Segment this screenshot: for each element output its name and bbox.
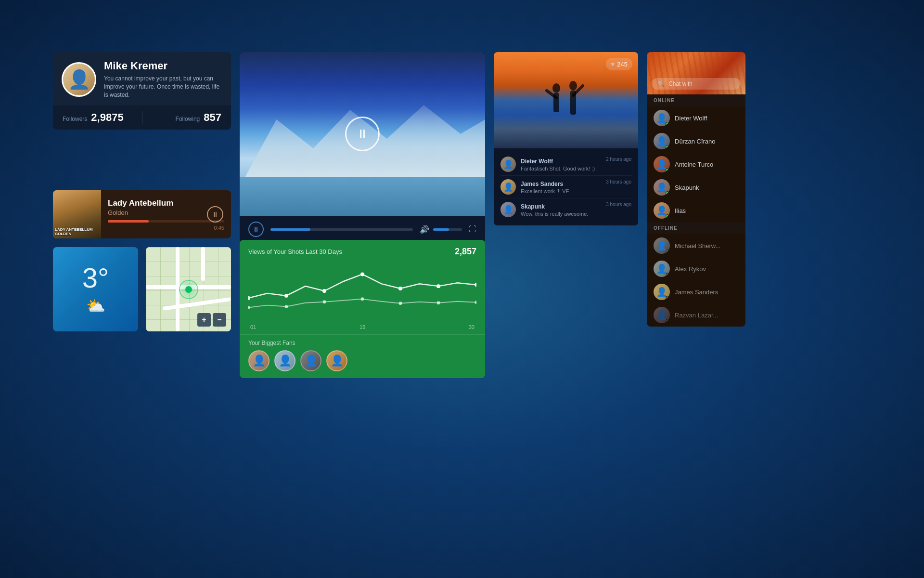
fans-row (248, 350, 476, 371)
svg-point-11 (399, 302, 402, 305)
commenter-name-2: Skapunk (521, 203, 545, 210)
map-zoom-in-button[interactable]: + (197, 313, 211, 327)
weather-icon: ⛅ (86, 297, 105, 315)
chat-username-offline-1: Alex Rykov (675, 265, 706, 273)
fan-avatar-1[interactable] (248, 350, 270, 371)
fan-avatar-2[interactable] (274, 350, 295, 371)
profile-bio: You cannot improve your past, but you ca… (104, 75, 222, 99)
chat-user-online-2[interactable]: Antoine Turco (647, 153, 745, 176)
svg-point-14 (552, 83, 560, 93)
fans-label: Your Biggest Fans (248, 340, 476, 346)
photo-silhouette (537, 74, 595, 122)
commenter-avatar-2 (500, 202, 516, 217)
svg-point-7 (248, 306, 250, 309)
fan-avatar-3[interactable] (300, 350, 321, 371)
chat-username-0: Dieter Wolff (675, 115, 707, 122)
chat-username-1: Dûrzan Cîrano (675, 138, 716, 145)
svg-point-10 (361, 297, 364, 301)
map-road-diagonal (163, 297, 231, 311)
svg-point-0 (248, 296, 250, 300)
map-zoom-out-button[interactable]: − (213, 313, 226, 327)
svg-point-9 (323, 300, 326, 303)
fullscreen-button[interactable]: ⛶ (469, 225, 476, 234)
chat-user-online-0[interactable]: Dieter Wolff (647, 106, 745, 130)
following-label: Following (176, 116, 200, 122)
comment-row-0: Dieter Wolff 2 hours ago Fantastisch Sho… (500, 153, 631, 176)
video-player: ⏸ ⏸ 🔊 ⛶ (240, 52, 485, 243)
music-card: LADY ANTEBELLUMGOLDEN Lady Antebellum Go… (53, 190, 231, 238)
video-progress-bar[interactable] (270, 228, 413, 231)
chart-peak-value: 2,857 (455, 247, 476, 257)
photo-image: ♥ 245 (494, 52, 638, 148)
profile-name: Mike Kremer (104, 60, 222, 72)
volume-bar[interactable] (433, 228, 462, 231)
svg-point-6 (475, 283, 476, 287)
chat-panel: 🔍 Chat with ONLINE Dieter Wolff Dûrzan C… (647, 52, 745, 327)
chat-avatar-1 (654, 133, 670, 149)
comment-text-0: Fantastisch Shot, Good work! :) (521, 166, 631, 171)
online-indicator-2 (666, 168, 669, 172)
video-pause-button-large[interactable]: ⏸ (345, 117, 380, 151)
svg-point-4 (398, 287, 402, 290)
online-indicator-4 (666, 214, 669, 218)
volume-icon: 🔊 (420, 225, 429, 234)
chat-avatar-3 (654, 179, 670, 196)
profile-card: Mike Kremer You cannot improve your past… (53, 52, 231, 130)
chat-avatar-offline-1 (654, 261, 670, 277)
chat-avatar-2 (654, 156, 670, 172)
offline-section-label: OFFLINE (647, 222, 745, 234)
comment-text-1: Excellent work !!! VF (521, 188, 631, 194)
online-section-label: ONLINE (647, 94, 745, 106)
chat-header-image: 🔍 Chat with (647, 52, 745, 94)
fan-avatar-4[interactable] (326, 350, 347, 371)
music-pause-button[interactable]: ⏸ (207, 206, 223, 223)
chart-x-label-01: 01 (250, 324, 256, 330)
chat-user-offline-1[interactable]: Alex Rykov (647, 257, 745, 280)
chart-x-label-30: 30 (469, 324, 475, 330)
chat-search-bar[interactable]: 🔍 Chat with (652, 78, 741, 90)
search-icon: 🔍 (657, 80, 665, 87)
comment-text-2: Wow, this is really awesome. (521, 211, 631, 217)
offline-indicator-3 (666, 319, 669, 323)
online-indicator-3 (666, 191, 669, 195)
chat-avatar-0 (654, 110, 670, 126)
heart-icon: ♥ (611, 60, 615, 68)
chat-user-offline-3[interactable]: Razvan Lazar... (647, 303, 745, 327)
chart-svg (248, 260, 476, 322)
following-value: 857 (204, 111, 221, 124)
chart-title: Views of Your Shots Last 30 Days (248, 248, 342, 255)
photo-card: ♥ 245 Dieter Wolff 2 hours ago Fantastis… (494, 52, 638, 225)
map-zoom-controls: + − (197, 313, 226, 327)
video-controls-bar: ⏸ 🔊 ⛶ (240, 216, 485, 243)
music-progress-fill (108, 220, 149, 223)
chat-search-placeholder: Chat with (668, 80, 693, 87)
svg-point-12 (437, 301, 440, 304)
svg-point-1 (284, 294, 288, 298)
commenter-avatar-0 (500, 157, 516, 172)
online-indicator-0 (666, 122, 669, 126)
music-title: Lady Antebellum (108, 198, 224, 208)
online-indicator-1 (666, 145, 669, 149)
album-art: LADY ANTEBELLUMGOLDEN (53, 190, 101, 238)
photo-like-badge[interactable]: ♥ 245 (606, 58, 632, 70)
music-progress-bar[interactable] (108, 220, 224, 223)
commenter-name-1: James Sanders (521, 181, 563, 187)
volume-fill (433, 228, 449, 231)
like-count: 245 (617, 61, 628, 68)
map-road-vertical2 (201, 247, 205, 281)
chat-user-offline-0[interactable]: Michael Sherw... (647, 234, 745, 257)
chat-username-offline-3: Razvan Lazar... (675, 312, 718, 319)
chat-user-online-3[interactable]: Skapunk (647, 176, 745, 199)
chat-user-online-1[interactable]: Dûrzan Cîrano (647, 130, 745, 153)
comment-time-2: 3 hours ago (606, 202, 631, 207)
video-progress-fill (270, 228, 310, 231)
chat-user-offline-2[interactable]: James Sanders (647, 280, 745, 303)
chat-avatar-4 (654, 202, 670, 219)
video-play-button[interactable]: ⏸ (248, 222, 264, 237)
svg-point-16 (569, 81, 577, 91)
weather-card: 3° ⛅ (53, 247, 138, 331)
map-card[interactable]: + − (146, 247, 231, 331)
video-content: ⏸ (240, 52, 485, 216)
chat-avatar-offline-0 (654, 237, 670, 254)
chat-user-online-4[interactable]: Ilias (647, 199, 745, 222)
